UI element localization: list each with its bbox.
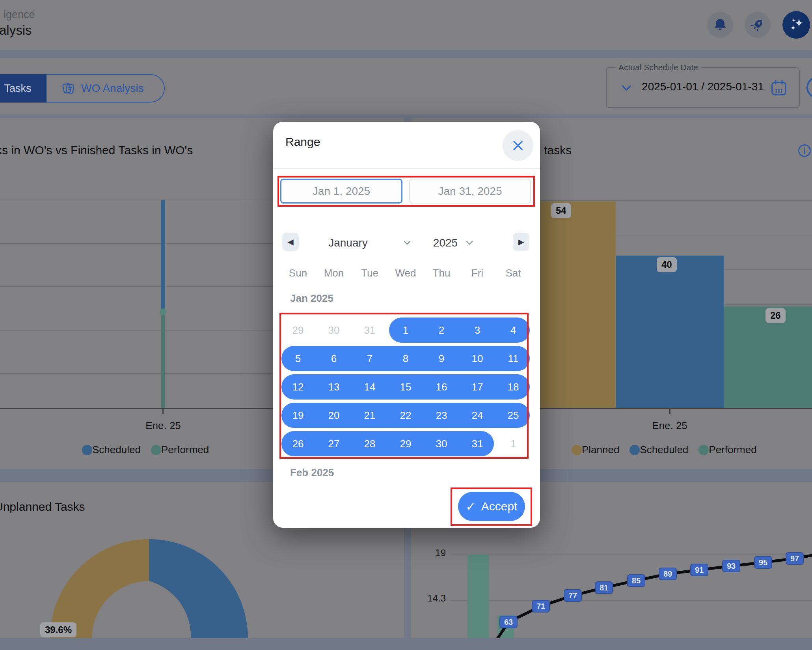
close-icon <box>511 139 525 152</box>
previous-month-button[interactable]: ◀ <box>282 233 299 251</box>
tab-wo-analysis[interactable]: WO Analysis <box>47 74 165 103</box>
arrow-right-icon: ▶ <box>518 237 524 247</box>
clipped-icon <box>806 77 812 99</box>
wo-analysis-icon <box>60 80 76 96</box>
weekday-sun: Sun <box>281 267 315 279</box>
month-select-value: January <box>328 237 368 249</box>
sparkles-icon <box>787 16 805 34</box>
ai-assistant-button[interactable] <box>782 11 810 39</box>
arrow-left-icon: ◀ <box>287 237 293 247</box>
legend: ScheduledPerformed <box>82 444 219 456</box>
legend-dot <box>151 445 161 455</box>
app-screen: igence alysis Tasks <box>0 0 812 650</box>
legend-label: Performed <box>709 444 756 456</box>
actual-schedule-date-field[interactable]: Actual Schedule Date 2025-01-01 / 2025-0… <box>606 67 800 108</box>
notifications-button[interactable] <box>707 12 733 38</box>
month-select[interactable]: January <box>317 237 380 249</box>
x-axis-label: Ene. 25 <box>652 420 687 432</box>
tab-wo-analysis-label: WO Analysis <box>81 82 144 95</box>
scheduled-value-chip: 40 <box>657 257 677 272</box>
performed-bar <box>161 310 165 408</box>
calendar-icon[interactable] <box>770 79 788 97</box>
annotation-box-calendar <box>279 313 529 459</box>
performed-point <box>160 308 166 315</box>
x-axis-label: Ene. 25 <box>145 420 181 432</box>
card-title: tasks <box>544 144 572 157</box>
month-chevron-icon[interactable] <box>403 240 411 246</box>
legend-label: Scheduled <box>640 444 688 456</box>
weekday-thu: Thu <box>425 267 458 279</box>
annotation-box-accept <box>451 488 532 526</box>
info-icon[interactable] <box>797 144 812 158</box>
year-select[interactable]: 2025 <box>428 237 463 249</box>
brand-text: igence <box>4 9 35 21</box>
legend-item-performed[interactable]: Performed <box>151 444 209 456</box>
weekday-sat: Sat <box>497 267 530 279</box>
progress-marker-95: 95 <box>754 556 772 569</box>
donut-percentage-chip: 39.6% <box>40 622 76 637</box>
progress-marker-89: 89 <box>659 568 677 580</box>
performed-value-chip: 26 <box>765 308 786 323</box>
month-section-label: Jan 2025 <box>290 292 333 304</box>
legend-label: Planned <box>582 444 619 456</box>
page-title: alysis <box>0 23 32 38</box>
weekday-mon: Mon <box>317 267 350 279</box>
progress-marker-71: 71 <box>532 600 550 613</box>
toolbar: Tasks WO Analysis Actual Schedule Date 2… <box>0 58 812 114</box>
legend-item-scheduled[interactable]: Scheduled <box>629 444 688 456</box>
tab-tasks[interactable]: Tasks <box>0 74 47 103</box>
progress-marker-63: 63 <box>499 616 518 628</box>
progress-marker-97: 97 <box>786 552 804 565</box>
progress-marker-77: 77 <box>564 589 582 602</box>
legend-label: Performed <box>161 444 209 456</box>
card-title: ks in WO's vs Finished Tasks in WO's <box>0 144 193 157</box>
legend-item-planned[interactable]: Planned <box>572 444 619 456</box>
legend-dot <box>82 445 92 455</box>
progress-marker-81: 81 <box>595 581 613 594</box>
annotation-box-inputs <box>277 176 535 207</box>
year-select-value: 2025 <box>433 237 458 249</box>
bell-icon <box>713 18 727 32</box>
progress-marker-85: 85 <box>627 574 645 587</box>
progress-marker-91: 91 <box>690 564 708 576</box>
rocket-icon <box>750 17 765 32</box>
next-month-section-label: Feb 2025 <box>290 467 334 479</box>
weekday-wed: Wed <box>389 267 422 279</box>
year-chevron-icon[interactable] <box>466 240 473 246</box>
planned-bar <box>528 202 616 408</box>
modal-title: Range <box>285 135 320 149</box>
legend-item-scheduled[interactable]: Scheduled <box>82 444 141 456</box>
legend-dot <box>629 445 640 455</box>
planned-value-chip: 54 <box>551 203 571 218</box>
legend-label: Scheduled <box>92 444 141 456</box>
tab-tasks-label: Tasks <box>4 82 31 95</box>
legend: PlannedScheduledPerformed <box>572 444 767 456</box>
legend-item-performed[interactable]: Performed <box>698 444 756 456</box>
legend-dot <box>572 445 582 455</box>
legend-dot <box>698 445 709 455</box>
rocket-button[interactable] <box>745 12 771 38</box>
header-bar: igence alysis <box>0 0 812 50</box>
header-separator <box>0 50 812 58</box>
weekday-fri: Fri <box>461 267 494 279</box>
next-month-button[interactable]: ▶ <box>513 233 529 251</box>
progress-marker-93: 93 <box>722 560 740 572</box>
close-button[interactable] <box>503 130 533 161</box>
actual-schedule-date-label: Actual Schedule Date <box>615 63 701 72</box>
scheduled-bar <box>616 256 724 408</box>
weekday-tue: Tue <box>353 267 386 279</box>
scheduled-bar <box>161 200 165 310</box>
